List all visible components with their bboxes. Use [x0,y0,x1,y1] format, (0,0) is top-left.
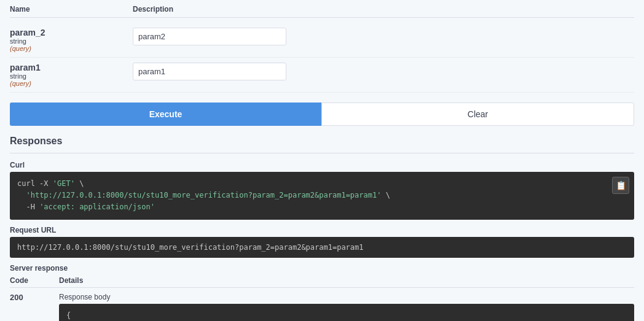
code-column-header: Code [10,276,59,285]
params-section: Name Description param_2 string (query) … [0,0,644,93]
request-url-label: Request URL [10,226,634,234]
btn-row: Execute Clear [10,102,634,126]
description-column-header: Description [133,5,634,14]
execute-button[interactable]: Execute [10,102,321,126]
curl-line3: -H 'accept: application/json' [17,203,155,211]
response-row: 200 Response body { "param": "param1" } … [10,290,634,321]
param-row: param1 string (query) [10,58,634,93]
param-row: param_2 string (query) [10,23,634,58]
param-name: param1 [10,63,133,72]
response-details: Response body { "param": "param1" } 📋 Do… [59,293,634,321]
param1-input[interactable] [133,63,286,80]
param-input-wrap [133,63,634,80]
divider [10,153,634,153]
curl-line2: 'http://127.0.0.1:8000/stu/stu10_more_ve… [17,191,390,199]
response-body-block: { "param": "param1" } 📋 Download [59,304,634,321]
request-url-block: http://127.0.0.1:8000/stu/stu10_more_ver… [10,237,634,258]
execute-section: Execute Clear [0,93,644,136]
param2-input[interactable] [133,28,286,45]
param-input-wrap [133,28,634,45]
curl-copy-button[interactable]: 📋 [612,177,629,194]
curl-section: Curl curl -X 'GET' \ 'http://127.0.0.1:8… [10,161,634,220]
curl-line1: curl -X 'GET' \ [17,179,84,188]
response-table-header: Code Details [10,276,634,288]
param-type: string [10,72,133,80]
param-meta: param1 string (query) [10,63,133,87]
responses-section: Responses Curl curl -X 'GET' \ 'http://1… [0,136,644,321]
server-response-section: Server response Code Details 200 Respons… [10,264,634,321]
server-response-label: Server response [10,264,634,273]
param-location: (query) [10,80,133,87]
json-brace-open: { [66,311,71,320]
responses-title: Responses [10,136,634,147]
param-name: param_2 [10,28,133,37]
response-code: 200 [10,293,59,302]
curl-code-block: curl -X 'GET' \ 'http://127.0.0.1:8000/s… [10,172,634,220]
param-type: string [10,37,133,45]
clear-button[interactable]: Clear [321,102,634,126]
param-location: (query) [10,45,133,52]
response-body-label: Response body [59,293,634,301]
name-column-header: Name [10,5,133,14]
request-url-section: Request URL http://127.0.0.1:8000/stu/st… [10,226,634,258]
curl-label: Curl [10,161,634,169]
params-header: Name Description [10,5,634,18]
param-meta: param_2 string (query) [10,28,133,52]
details-column-header: Details [59,276,634,285]
